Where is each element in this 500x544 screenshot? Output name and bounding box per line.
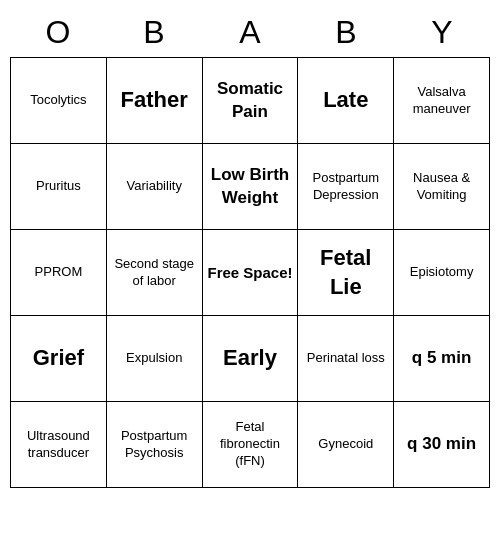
cell-r1-c4: Nausea & Vomiting	[394, 144, 490, 230]
cell-r1-c3: Postpartum Depression	[298, 144, 394, 230]
cell-r4-c0: Ultrasound transducer	[11, 402, 107, 488]
header-letter-B: B	[298, 10, 394, 55]
cell-r2-c1: Second stage of labor	[107, 230, 203, 316]
cell-r3-c2: Early	[203, 316, 299, 402]
header-letter-B: B	[106, 10, 202, 55]
cell-r0-c1: Father	[107, 58, 203, 144]
cell-r4-c4: q 30 min	[394, 402, 490, 488]
cell-r1-c0: Pruritus	[11, 144, 107, 230]
cell-r2-c2: Free Space!	[203, 230, 299, 316]
cell-r3-c3: Perinatal loss	[298, 316, 394, 402]
cell-r4-c3: Gynecoid	[298, 402, 394, 488]
cell-r0-c4: Valsalva maneuver	[394, 58, 490, 144]
cell-r3-c0: Grief	[11, 316, 107, 402]
cell-r0-c3: Late	[298, 58, 394, 144]
cell-r2-c3: Fetal Lie	[298, 230, 394, 316]
header-letter-A: A	[202, 10, 298, 55]
cell-r1-c1: Variability	[107, 144, 203, 230]
header-row: OBABY	[10, 10, 490, 55]
cell-r2-c4: Episiotomy	[394, 230, 490, 316]
cell-r1-c2: Low Birth Weight	[203, 144, 299, 230]
header-letter-Y: Y	[394, 10, 490, 55]
cell-r3-c4: q 5 min	[394, 316, 490, 402]
cell-r3-c1: Expulsion	[107, 316, 203, 402]
bingo-grid: TocolyticsFatherSomatic PainLateValsalva…	[10, 57, 490, 488]
header-letter-O: O	[10, 10, 106, 55]
cell-r4-c2: Fetal fibronectin (fFN)	[203, 402, 299, 488]
cell-r2-c0: PPROM	[11, 230, 107, 316]
cell-r0-c0: Tocolytics	[11, 58, 107, 144]
cell-r4-c1: Postpartum Psychosis	[107, 402, 203, 488]
cell-r0-c2: Somatic Pain	[203, 58, 299, 144]
bingo-card: OBABY TocolyticsFatherSomatic PainLateVa…	[10, 10, 490, 488]
